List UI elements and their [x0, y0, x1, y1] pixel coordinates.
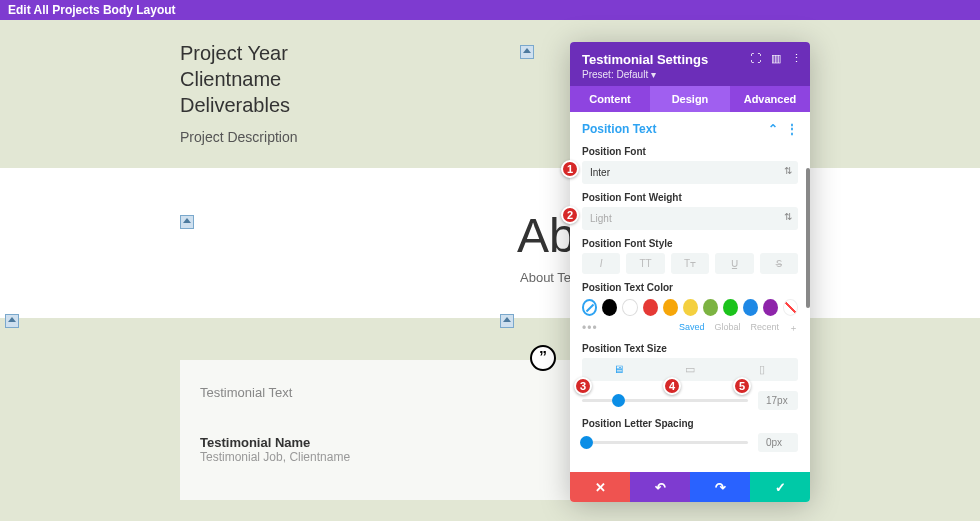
columns-icon[interactable]: ▥	[771, 52, 781, 65]
annotation-badge-2: 2	[561, 206, 579, 224]
color-swatches	[582, 299, 798, 316]
swatch-lime[interactable]	[703, 299, 718, 316]
section-header[interactable]: Position Text ⌃ ⋮	[582, 122, 798, 136]
image-placeholder-icon	[5, 314, 19, 328]
top-bar-title: Edit All Projects Body Layout	[8, 3, 176, 17]
tab-content[interactable]: Content	[570, 86, 650, 112]
annotation-badge-4: 4	[663, 377, 681, 395]
more-dots-icon[interactable]: •••	[582, 321, 598, 335]
swatch-orange[interactable]	[663, 299, 678, 316]
top-bar: Edit All Projects Body Layout	[0, 0, 980, 20]
size-label: Position Text Size	[582, 343, 798, 354]
panel-header[interactable]: Testimonial Settings Preset: Default ▾ ⛶…	[570, 42, 810, 86]
section-menu-icon[interactable]: ⋮	[786, 122, 798, 136]
color-label: Position Text Color	[582, 282, 798, 293]
project-meta: Project Year Clientname Deliverables Pro…	[180, 40, 298, 150]
style-label: Position Font Style	[582, 238, 798, 249]
panel-body: Position Text ⌃ ⋮ Position Font Inter ⇅ …	[570, 112, 810, 472]
project-year: Project Year	[180, 40, 298, 66]
settings-panel: Testimonial Settings Preset: Default ▾ ⛶…	[570, 42, 810, 502]
panel-preset[interactable]: Preset: Default ▾	[582, 69, 798, 80]
image-placeholder-icon	[180, 215, 194, 229]
swatch-tabs: Saved Global Recent ＋	[679, 322, 798, 335]
underline-button[interactable]: U̲	[715, 253, 753, 274]
swatch-black[interactable]	[602, 299, 617, 316]
swatch-green[interactable]	[723, 299, 738, 316]
uppercase-button[interactable]: TT	[626, 253, 664, 274]
scrollbar[interactable]	[806, 168, 810, 308]
tab-design[interactable]: Design	[650, 86, 730, 112]
swatch-tab-recent[interactable]: Recent	[750, 322, 779, 335]
image-placeholder-icon	[500, 314, 514, 328]
weight-select[interactable]: Light ⇅	[582, 207, 798, 230]
strike-button[interactable]: S̶	[760, 253, 798, 274]
mid-band	[0, 168, 980, 318]
font-select[interactable]: Inter ⇅	[582, 161, 798, 184]
size-slider[interactable]	[582, 399, 748, 402]
testimonial-job: Testimonial Job, Clientname	[200, 450, 550, 464]
annotation-badge-5: 5	[733, 377, 751, 395]
testimonial-name: Testimonial Name	[200, 435, 550, 450]
menu-icon[interactable]: ⋮	[791, 52, 802, 65]
swatch-none[interactable]	[783, 299, 798, 316]
chevron-updown-icon: ⇅	[784, 165, 792, 176]
spacing-label: Position Letter Spacing	[582, 418, 798, 429]
project-client: Clientname	[180, 66, 298, 92]
expand-icon[interactable]: ⛶	[750, 52, 761, 65]
device-desktop[interactable]: 🖥	[582, 358, 654, 381]
panel-tabs: Content Design Advanced	[570, 86, 810, 112]
spacing-value[interactable]: 0px	[758, 433, 798, 452]
italic-button[interactable]: I	[582, 253, 620, 274]
weight-label: Position Font Weight	[582, 192, 798, 203]
swatch-tab-global[interactable]: Global	[714, 322, 740, 335]
device-tabs: 🖥 ▭ ▯	[582, 358, 798, 381]
swatch-purple[interactable]	[763, 299, 778, 316]
canvas: Project Year Clientname Deliverables Pro…	[0, 20, 980, 521]
chevron-updown-icon: ⇅	[784, 211, 792, 222]
smallcaps-button[interactable]: Tᴛ	[671, 253, 709, 274]
swatch-blue[interactable]	[743, 299, 758, 316]
tab-advanced[interactable]: Advanced	[730, 86, 810, 112]
project-deliverables: Deliverables	[180, 92, 298, 118]
testimonial-card: Testimonial Text Testimonial Name Testim…	[180, 360, 570, 500]
hero-band	[0, 20, 980, 168]
swatch-white[interactable]	[622, 299, 637, 316]
spacing-slider[interactable]	[582, 441, 748, 444]
project-description: Project Description	[180, 124, 298, 150]
color-picker-button[interactable]	[582, 299, 597, 316]
font-label: Position Font	[582, 146, 798, 157]
collapse-icon[interactable]: ⌃	[768, 122, 778, 136]
testimonial-text: Testimonial Text	[200, 385, 550, 400]
add-swatch-icon[interactable]: ＋	[789, 322, 798, 335]
annotation-badge-3: 3	[574, 377, 592, 395]
close-button[interactable]: ✕	[570, 472, 630, 502]
redo-button[interactable]: ↷	[690, 472, 750, 502]
panel-footer: ✕ ↶ ↷ ✓	[570, 472, 810, 502]
swatch-tab-saved[interactable]: Saved	[679, 322, 705, 335]
undo-button[interactable]: ↶	[630, 472, 690, 502]
font-style-buttons: I TT Tᴛ U̲ S̶	[582, 253, 798, 274]
image-placeholder-icon	[520, 45, 534, 59]
size-value[interactable]: 17px	[758, 391, 798, 410]
save-button[interactable]: ✓	[750, 472, 810, 502]
swatch-red[interactable]	[643, 299, 658, 316]
quote-icon: ”	[530, 345, 556, 371]
swatch-yellow[interactable]	[683, 299, 698, 316]
device-tablet[interactable]: ▭	[654, 358, 726, 381]
annotation-badge-1: 1	[561, 160, 579, 178]
